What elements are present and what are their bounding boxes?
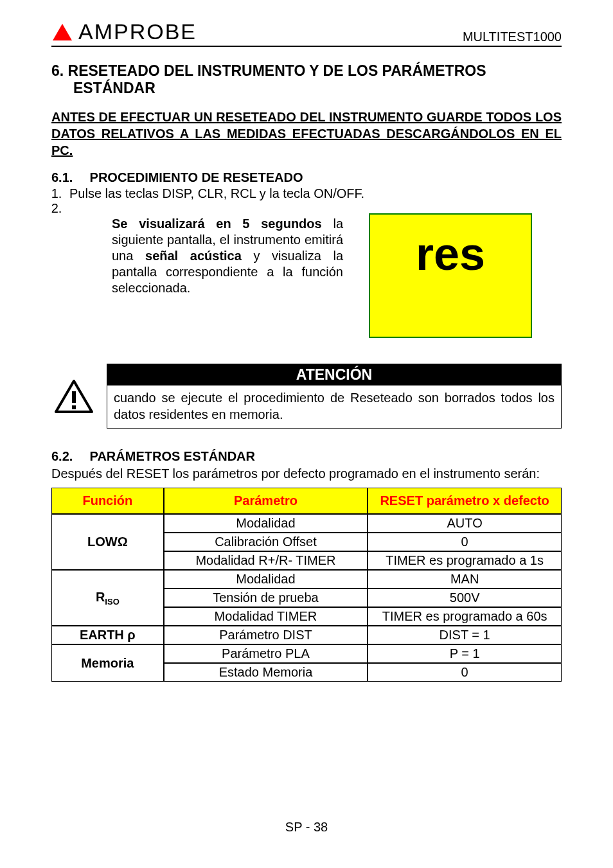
cell-param: Parámetro PLA xyxy=(164,644,368,663)
svg-rect-2 xyxy=(72,391,76,403)
cell-param: Parámetro DIST xyxy=(164,626,368,644)
page-header: AMPROBE MULTITEST1000 xyxy=(51,19,562,47)
brand-logo: AMPROBE xyxy=(51,19,197,44)
section-title-line1: RESETEADO DEL INSTRUMENTO Y DE LOS PARÁM… xyxy=(68,62,486,79)
cell-param: Modalidad xyxy=(164,570,368,589)
func-earth: EARTH ρ xyxy=(51,626,164,644)
func-riso: RISO xyxy=(51,570,164,626)
func-low-label: LOWΩ xyxy=(87,535,128,549)
th-reset: RESET parámetro x defecto xyxy=(368,488,562,514)
cell-val: TIMER es programado a 1s xyxy=(368,551,562,570)
brand-text: AMPROBE xyxy=(78,19,197,44)
th-parametro: Parámetro xyxy=(164,488,368,514)
func-memoria: Memoria xyxy=(51,644,164,682)
desc-bold2: señal acústica xyxy=(145,249,242,263)
svg-rect-3 xyxy=(72,405,76,409)
cell-val: 0 xyxy=(368,663,562,682)
subsection-6-1-num: 6.1. xyxy=(51,170,86,185)
cell-param: Calibración Offset xyxy=(164,533,368,551)
page-footer: SP - 38 xyxy=(0,820,613,835)
reset-description: Se visualizará en 5 segundos la siguient… xyxy=(112,216,343,296)
attention-box: ATENCIÓN cuando se ejecute el procedimie… xyxy=(107,364,562,429)
cell-val: P = 1 xyxy=(368,644,562,663)
warning-icon xyxy=(51,364,96,429)
attention-body: cuando se ejecute el procedimiento de Re… xyxy=(107,385,561,428)
cell-param: Modalidad xyxy=(164,514,368,533)
cell-val: TIMER es programado a 60s xyxy=(368,607,562,626)
func-low: LOWΩ xyxy=(51,514,164,570)
svg-marker-0 xyxy=(53,24,72,40)
parameters-table: Función Parámetro RESET parámetro x defe… xyxy=(51,488,562,682)
subsection-6-2-intro: Después del RESET los parámetros por def… xyxy=(51,466,562,481)
step-1: Pulse las teclas DISP, CLR, RCL y la tec… xyxy=(66,186,562,201)
cell-val: DIST = 1 xyxy=(368,626,562,644)
instrument-screen: res xyxy=(369,213,532,338)
subsection-6-2-title: PARÁMETROS ESTÁNDAR xyxy=(90,449,255,463)
model-name: MULTITEST1000 xyxy=(463,30,562,44)
cell-param: Modalidad TIMER xyxy=(164,607,368,626)
cell-val: AUTO xyxy=(368,514,562,533)
pre-reset-warning: ANTES DE EFECTUAR UN RESETEADO DEL INSTR… xyxy=(51,109,562,159)
desc-bold1: Se visualizará en 5 segundos xyxy=(112,217,322,231)
cell-param: Tensión de prueba xyxy=(164,589,368,607)
subsection-6-2: 6.2. PARÁMETROS ESTÁNDAR xyxy=(51,449,562,464)
cell-val: 500V xyxy=(368,589,562,607)
subsection-6-1: 6.1. PROCEDIMIENTO DE RESETEADO xyxy=(51,170,562,185)
triangle-icon xyxy=(51,22,73,42)
reset-steps: Pulse las teclas DISP, CLR, RCL y la tec… xyxy=(51,186,562,216)
section-6-title: 6. RESETEADO DEL INSTRUMENTO Y DE LOS PA… xyxy=(51,62,562,97)
th-funcion: Función xyxy=(51,488,164,514)
cell-param: Modalidad R+/R- TIMER xyxy=(164,551,368,570)
subsection-6-1-title: PROCEDIMIENTO DE RESETEADO xyxy=(90,170,303,184)
cell-val: 0 xyxy=(368,533,562,551)
cell-val: MAN xyxy=(368,570,562,589)
cell-param: Estado Memoria xyxy=(164,663,368,682)
section-title-line2: ESTÁNDAR xyxy=(51,80,155,96)
attention-title: ATENCIÓN xyxy=(107,364,561,385)
screen-text: res xyxy=(416,227,485,280)
subsection-6-2-num: 6.2. xyxy=(51,449,86,464)
section-num: 6. xyxy=(51,62,64,79)
